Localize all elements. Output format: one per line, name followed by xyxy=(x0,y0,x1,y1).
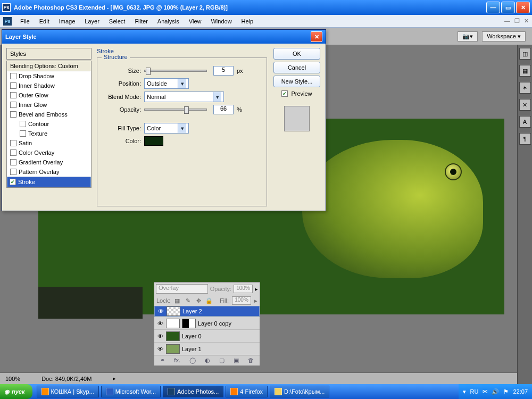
adjustment-layer-icon[interactable]: ◐ xyxy=(205,357,210,364)
effect-texture[interactable]: Texture xyxy=(7,129,91,138)
effect-checkbox[interactable] xyxy=(20,121,26,127)
layer-row[interactable]: 👁Layer 1 xyxy=(154,342,260,355)
effect-checkbox[interactable] xyxy=(10,73,16,79)
cancel-button[interactable]: Cancel xyxy=(273,62,320,73)
taskbar-item[interactable]: D:\Foto\Крым... xyxy=(270,386,329,397)
new-group-icon[interactable]: ▢ xyxy=(219,357,225,364)
effect-checkbox[interactable] xyxy=(20,130,26,137)
effect-pattern-overlay[interactable]: Pattern Overlay xyxy=(7,167,91,177)
tray-icon[interactable]: ✉ xyxy=(483,388,487,395)
layer-row[interactable]: 👁Layer 0 xyxy=(154,329,260,342)
effect-gradient-overlay[interactable]: Gradient Overlay xyxy=(7,157,91,167)
mdi-restore-icon[interactable]: ❐ xyxy=(514,18,520,24)
flyout-icon[interactable]: ▸ xyxy=(255,286,258,293)
delete-layer-icon[interactable]: 🗑 xyxy=(248,357,254,364)
effect-checkbox[interactable] xyxy=(10,140,16,146)
layer-mask-icon[interactable]: ◯ xyxy=(189,357,196,364)
system-tray[interactable]: ▾ RU ✉ 🔊 ⚑ 22:07 xyxy=(459,384,532,399)
lock-all-icon[interactable]: 🔒 xyxy=(205,297,213,304)
clock[interactable]: 22:07 xyxy=(513,388,528,395)
effect-inner-shadow[interactable]: Inner Shadow xyxy=(7,81,91,90)
screen-mode-button[interactable]: 📷▾ xyxy=(458,31,478,41)
effect-outer-glow[interactable]: Outer Glow xyxy=(7,90,91,100)
menu-layer[interactable]: Layer xyxy=(80,16,104,26)
preview-checkbox[interactable]: ✔ xyxy=(281,90,288,97)
layer-row[interactable]: 👁Layer 2 xyxy=(154,306,260,317)
maximize-button[interactable]: ▭ xyxy=(501,2,515,13)
size-input[interactable]: 5 xyxy=(213,66,234,76)
dock-swatches-icon[interactable]: ✶ xyxy=(519,82,531,94)
blending-options-row[interactable]: Blending Options: Custom xyxy=(7,61,91,71)
dock-color-icon[interactable]: ▦ xyxy=(519,65,531,77)
effect-checkbox[interactable] xyxy=(10,169,16,175)
window-close-button[interactable]: ✕ xyxy=(516,2,530,13)
menu-image[interactable]: Image xyxy=(55,16,80,26)
workspace-button[interactable]: Workspace ▾ xyxy=(482,31,526,41)
menu-help[interactable]: Help xyxy=(237,16,258,26)
effect-checkbox[interactable] xyxy=(10,159,16,165)
layer-fx-icon[interactable]: fx. xyxy=(174,357,180,364)
menu-file[interactable]: File xyxy=(16,16,34,26)
lock-transparent-icon[interactable]: ▦ xyxy=(173,297,181,304)
mdi-close-icon[interactable]: ✕ xyxy=(524,18,529,24)
menu-filter[interactable]: Filter xyxy=(130,16,152,26)
lang-indicator[interactable]: RU xyxy=(470,388,479,395)
layer-row[interactable]: 👁Layer 0 copy xyxy=(154,317,260,329)
blendmode-select[interactable]: Normal▾ xyxy=(144,92,224,102)
taskbar-item[interactable]: Microsoft Wor... xyxy=(101,386,161,397)
effect-contour[interactable]: Contour xyxy=(7,119,91,129)
size-slider[interactable] xyxy=(144,70,207,72)
effect-color-overlay[interactable]: Color Overlay xyxy=(7,148,91,157)
menu-edit[interactable]: Edit xyxy=(35,16,54,26)
lock-pixels-icon[interactable]: ✎ xyxy=(184,297,192,304)
layer-fill-input[interactable]: 100% xyxy=(232,296,251,305)
taskbar-item[interactable]: Adobe Photos... xyxy=(163,386,223,397)
tray-icon[interactable]: 🔊 xyxy=(492,388,499,395)
menu-window[interactable]: Window xyxy=(206,16,236,26)
tray-expand-icon[interactable]: ▾ xyxy=(463,388,466,395)
minimize-button[interactable]: — xyxy=(486,2,500,13)
new-layer-icon[interactable]: ▣ xyxy=(234,357,239,364)
menu-analysis[interactable]: Analysis xyxy=(153,16,184,26)
menu-view[interactable]: View xyxy=(185,16,206,26)
position-select[interactable]: Outside▾ xyxy=(144,78,189,89)
dialog-close-button[interactable]: ✕ xyxy=(311,31,322,42)
taskbar-item[interactable]: КОШКА | Skyp... xyxy=(37,386,99,397)
dock-character-icon[interactable]: A xyxy=(519,116,531,128)
styles-header[interactable]: Styles xyxy=(6,48,92,60)
effect-bevel-and-emboss[interactable]: Bevel and Emboss xyxy=(7,110,91,119)
dock-navigator-icon[interactable]: ◫ xyxy=(519,48,531,60)
opacity-input[interactable]: 66 xyxy=(213,105,234,114)
effect-drop-shadow[interactable]: Drop Shadow xyxy=(7,71,91,81)
blend-mode-select[interactable]: Overlay xyxy=(156,284,208,294)
color-swatch[interactable] xyxy=(144,136,163,146)
effect-checkbox[interactable] xyxy=(10,102,16,108)
taskbar-item[interactable]: 4 Firefox xyxy=(226,386,268,397)
dock-styles-icon[interactable]: ✕ xyxy=(519,99,531,111)
new-style-button[interactable]: New Style... xyxy=(273,76,320,87)
lock-position-icon[interactable]: ✥ xyxy=(195,297,202,304)
effect-inner-glow[interactable]: Inner Glow xyxy=(7,100,91,110)
visibility-icon[interactable]: 👁 xyxy=(156,320,164,327)
visibility-icon[interactable]: 👁 xyxy=(156,346,164,352)
visibility-icon[interactable]: 👁 xyxy=(156,333,164,339)
zoom-value[interactable]: 100% xyxy=(5,376,20,382)
layer-opacity-input[interactable]: 100% xyxy=(234,285,253,293)
visibility-icon[interactable]: 👁 xyxy=(157,308,164,314)
link-layers-icon[interactable]: ⚭ xyxy=(160,357,165,364)
status-flyout-icon[interactable]: ▸ xyxy=(113,375,116,382)
effect-checkbox[interactable] xyxy=(10,149,16,156)
ok-button[interactable]: OK xyxy=(273,48,320,60)
effect-checkbox[interactable] xyxy=(10,92,16,98)
menu-select[interactable]: Select xyxy=(105,16,130,26)
tray-icon[interactable]: ⚑ xyxy=(503,388,509,395)
effect-satin[interactable]: Satin xyxy=(7,138,91,148)
effect-stroke[interactable]: ✔Stroke xyxy=(7,177,91,187)
opacity-slider[interactable] xyxy=(144,109,207,111)
mdi-min-icon[interactable]: — xyxy=(504,18,510,24)
effect-checkbox[interactable]: ✔ xyxy=(10,179,16,185)
start-button[interactable]: ◉ пуск xyxy=(0,384,32,399)
dock-paragraph-icon[interactable]: ¶ xyxy=(519,133,531,145)
filltype-select[interactable]: Color▾ xyxy=(144,123,189,134)
effect-checkbox[interactable] xyxy=(10,111,16,118)
